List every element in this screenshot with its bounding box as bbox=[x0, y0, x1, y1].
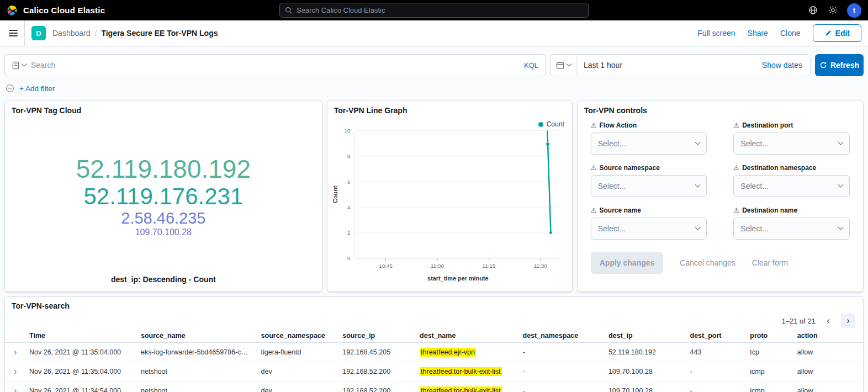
table-row: ›Nov 26, 2021 @ 11:35:04.000eks-log-forw… bbox=[5, 343, 863, 362]
global-search-input[interactable] bbox=[297, 6, 583, 14]
svg-text:2: 2 bbox=[347, 230, 351, 236]
line-graph-panel: Tor-VPN Line Graph Count 024681010:4511:… bbox=[327, 100, 573, 292]
elastic-logo bbox=[7, 5, 18, 16]
controls-actions: Apply changes Cancel changes Clear form bbox=[578, 240, 863, 286]
highlighted-value: threatfeed.tor-bulk-exit-list bbox=[420, 386, 502, 392]
tag-cloud-term[interactable]: 109.70.100.28 bbox=[135, 227, 192, 237]
tag-cloud-term[interactable]: 52.119.180.192 bbox=[76, 155, 251, 184]
table-row: ›Nov 26, 2021 @ 11:34:54.000netshootdev1… bbox=[5, 382, 863, 392]
chevron-down-icon bbox=[838, 224, 844, 230]
next-page-icon[interactable]: › bbox=[841, 314, 855, 328]
chevron-down-icon bbox=[838, 139, 844, 145]
table-body: ›Nov 26, 2021 @ 11:35:04.000eks-log-forw… bbox=[5, 343, 863, 392]
expand-column-header bbox=[5, 329, 25, 343]
breadcrumb-dashboard[interactable]: Dashboard bbox=[52, 29, 91, 38]
select-destination-name[interactable]: Select... bbox=[733, 218, 850, 240]
globe-icon[interactable] bbox=[807, 5, 818, 16]
select-source-name[interactable]: Select... bbox=[591, 218, 707, 240]
panel-title: Tor-VPN-search bbox=[5, 297, 863, 312]
show-dates-button[interactable]: Show dates bbox=[762, 61, 810, 70]
column-header-source-ip[interactable]: source_ip bbox=[338, 329, 415, 343]
chevron-down-icon bbox=[838, 182, 844, 187]
svg-text:4: 4 bbox=[347, 204, 351, 210]
prev-page-icon[interactable]: ‹ bbox=[821, 314, 835, 328]
breadcrumb-separator: / bbox=[95, 29, 97, 38]
chart-legend[interactable]: Count bbox=[538, 120, 564, 128]
control-label-destination-name: ⚠Destination name bbox=[733, 206, 850, 214]
gear-icon[interactable] bbox=[827, 5, 838, 16]
warning-icon: ⚠ bbox=[733, 207, 739, 214]
expand-row-icon[interactable]: › bbox=[14, 347, 17, 357]
svg-text:11:30: 11:30 bbox=[534, 263, 547, 269]
control-label-flow-action: ⚠Flow Action bbox=[591, 121, 707, 129]
dashboard-grid: Tor-VPN Tag Cloud 52.119.180.19252.119.1… bbox=[0, 94, 868, 292]
time-range-value[interactable]: Last 1 hour bbox=[577, 61, 762, 70]
refresh-icon bbox=[819, 61, 827, 69]
svg-text:11:00: 11:00 bbox=[431, 263, 444, 269]
select-source-namespace[interactable]: Select... bbox=[591, 175, 707, 197]
column-header-dest-port[interactable]: dest_port bbox=[686, 329, 746, 343]
tag-cloud-term[interactable]: 52.119.176.231 bbox=[83, 183, 243, 209]
svg-text:8: 8 bbox=[347, 153, 351, 159]
column-header-time[interactable]: Time bbox=[25, 329, 136, 343]
svg-text:10:45: 10:45 bbox=[379, 263, 393, 269]
highlighted-value: threatfeed.tor-bulk-exit-list bbox=[420, 367, 502, 376]
warning-icon: ⚠ bbox=[591, 165, 597, 171]
clone-button[interactable]: Clone bbox=[780, 29, 801, 38]
dashboard-badge[interactable]: D bbox=[31, 26, 46, 40]
edit-button[interactable]: Edit bbox=[813, 24, 861, 42]
svg-text:6: 6 bbox=[347, 179, 351, 185]
control-label-destination-namespace: ⚠Destination namespace bbox=[733, 164, 850, 172]
global-header: Calico Cloud Elastic t bbox=[0, 0, 868, 20]
kql-syntax-button[interactable]: KQL bbox=[524, 61, 538, 70]
user-avatar[interactable]: t bbox=[847, 3, 861, 18]
search-icon bbox=[285, 7, 293, 14]
cancel-changes-button[interactable]: Cancel changes bbox=[680, 258, 735, 267]
time-range-picker[interactable]: Last 1 hour Show dates bbox=[550, 54, 811, 76]
clear-form-button[interactable]: Clear form bbox=[752, 258, 788, 267]
query-bar: KQL Last 1 hour Show dates Refresh bbox=[0, 46, 868, 76]
menu-icon[interactable] bbox=[7, 20, 25, 46]
column-header-dest-name[interactable]: dest_name bbox=[415, 329, 518, 343]
panel-title: Tor-VPN Line Graph bbox=[327, 100, 572, 117]
kql-search-box[interactable]: KQL bbox=[4, 54, 546, 76]
controls-grid: ⚠Flow ActionSelect...⚠Destination portSe… bbox=[578, 117, 863, 240]
column-header-proto[interactable]: proto bbox=[745, 329, 792, 343]
pagination: 1–21 of 21 ‹ › bbox=[5, 312, 863, 329]
highlighted-value: threatfeed.ejr-vpn bbox=[420, 348, 476, 357]
column-header-dest-namespace[interactable]: dest_namespace bbox=[518, 329, 604, 343]
legend-dot bbox=[538, 122, 543, 127]
column-header-dest-ip[interactable]: dest_ip bbox=[604, 329, 686, 343]
select-destination-port[interactable]: Select... bbox=[733, 133, 850, 155]
add-filter-button[interactable]: + Add filter bbox=[19, 84, 55, 93]
chevron-down-icon bbox=[695, 224, 701, 230]
select-flow-action[interactable]: Select... bbox=[591, 133, 707, 155]
breadcrumb-current: Tigera Secure EE Tor-VPN Logs bbox=[101, 29, 218, 38]
global-search[interactable] bbox=[279, 3, 589, 18]
full-screen-button[interactable]: Full screen bbox=[697, 29, 735, 38]
chevron-down-icon bbox=[695, 139, 701, 145]
edit-pencil-icon bbox=[824, 29, 832, 37]
expand-row-icon[interactable]: › bbox=[14, 386, 17, 392]
tag-cloud-term[interactable]: 2.58.46.235 bbox=[121, 209, 205, 227]
dashboard-header-bar: D Dashboard / Tigera Secure EE Tor-VPN L… bbox=[0, 20, 868, 46]
warning-icon: ⚠ bbox=[591, 207, 597, 214]
filters-menu-icon[interactable] bbox=[6, 84, 14, 93]
expand-row-icon[interactable]: › bbox=[14, 367, 17, 376]
saved-query-icon[interactable] bbox=[12, 61, 26, 70]
app-title: Calico Cloud Elastic bbox=[23, 6, 105, 15]
warning-icon: ⚠ bbox=[733, 122, 739, 129]
column-header-action[interactable]: action bbox=[793, 329, 863, 343]
tag-cloud-caption: dest_ip: Descending - Count bbox=[5, 275, 322, 292]
column-header-source-name[interactable]: source_name bbox=[136, 329, 257, 343]
select-destination-namespace[interactable]: Select... bbox=[733, 175, 850, 197]
apply-changes-button[interactable]: Apply changes bbox=[591, 252, 664, 274]
query-input[interactable] bbox=[31, 61, 519, 70]
share-button[interactable]: Share bbox=[748, 29, 768, 38]
control-label-source-name: ⚠Source name bbox=[591, 206, 707, 214]
column-header-source-namespace[interactable]: source_namespace bbox=[257, 329, 338, 343]
svg-text:10: 10 bbox=[344, 128, 350, 134]
calendar-icon[interactable] bbox=[551, 55, 577, 76]
refresh-button[interactable]: Refresh bbox=[815, 54, 864, 76]
warning-icon: ⚠ bbox=[591, 122, 597, 129]
